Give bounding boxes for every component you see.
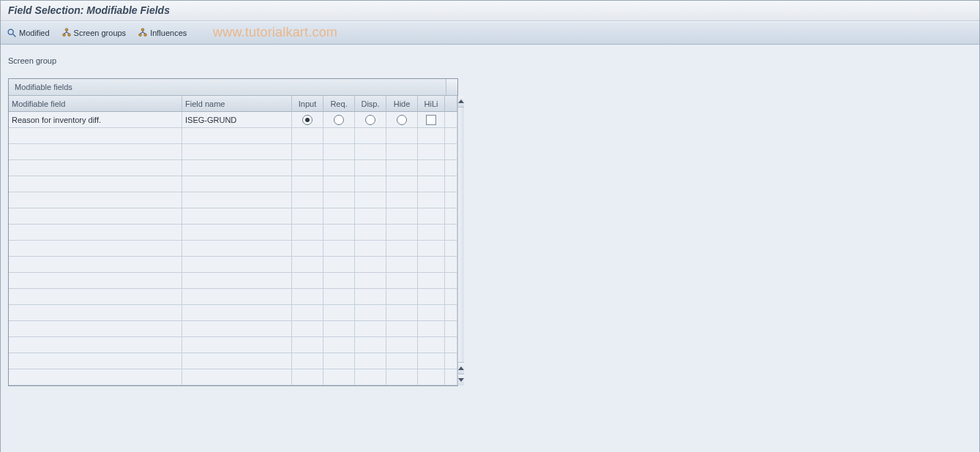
cell-req[interactable] <box>323 112 355 128</box>
vertical-scrollbar[interactable] <box>457 96 464 385</box>
cell-empty[interactable] <box>9 353 182 369</box>
cell-empty[interactable] <box>445 257 457 273</box>
table-row[interactable] <box>9 353 457 369</box>
table-corner-button[interactable] <box>446 79 457 95</box>
cell-empty[interactable] <box>418 241 445 257</box>
cell-empty[interactable] <box>182 144 292 160</box>
cell-empty[interactable] <box>323 192 355 208</box>
cell-empty[interactable] <box>418 369 445 385</box>
cell-empty[interactable] <box>9 257 182 273</box>
cell-empty[interactable] <box>445 353 457 369</box>
cell-empty[interactable] <box>9 273 182 289</box>
col-end[interactable] <box>445 96 457 112</box>
scroll-up-button[interactable] <box>458 96 464 108</box>
cell-empty[interactable] <box>418 160 445 176</box>
checkbox-hili[interactable] <box>426 115 436 125</box>
cell-empty[interactable] <box>292 369 323 385</box>
cell-empty[interactable] <box>182 128 292 144</box>
cell-empty[interactable] <box>418 192 445 208</box>
col-hide[interactable]: Hide <box>386 96 418 112</box>
cell-empty[interactable] <box>182 337 292 353</box>
cell-empty[interactable] <box>323 369 355 385</box>
cell-disp[interactable] <box>355 112 386 128</box>
cell-hili[interactable] <box>418 112 445 128</box>
cell-empty[interactable] <box>445 273 457 289</box>
cell-empty[interactable] <box>445 369 457 385</box>
scroll-up2-button[interactable] <box>458 362 464 374</box>
cell-empty[interactable] <box>445 337 457 353</box>
cell-empty[interactable] <box>355 369 386 385</box>
cell-empty[interactable] <box>9 144 182 160</box>
table-row[interactable] <box>9 160 457 176</box>
table-row[interactable] <box>9 305 457 321</box>
cell-empty[interactable] <box>386 176 418 192</box>
radio-hide[interactable] <box>397 115 407 125</box>
table-row[interactable]: Reason for inventory diff.ISEG-GRUND <box>9 112 457 128</box>
cell-empty[interactable] <box>182 257 292 273</box>
cell-empty[interactable] <box>355 160 386 176</box>
cell-empty[interactable] <box>323 337 355 353</box>
cell-empty[interactable] <box>418 289 445 305</box>
cell-empty[interactable] <box>292 192 323 208</box>
cell-empty[interactable] <box>418 128 445 144</box>
cell-empty[interactable] <box>182 321 292 337</box>
cell-empty[interactable] <box>386 273 418 289</box>
cell-empty[interactable] <box>182 273 292 289</box>
cell-empty[interactable] <box>182 176 292 192</box>
cell-empty[interactable] <box>355 241 386 257</box>
cell-empty[interactable] <box>386 208 418 225</box>
cell-empty[interactable] <box>9 241 182 257</box>
cell-empty[interactable] <box>418 321 445 337</box>
cell-empty[interactable] <box>355 321 386 337</box>
cell-empty[interactable] <box>292 208 323 225</box>
cell-empty[interactable] <box>182 225 292 241</box>
cell-empty[interactable] <box>418 305 445 321</box>
table-row[interactable] <box>9 176 457 192</box>
cell-empty[interactable] <box>418 353 445 369</box>
cell-empty[interactable] <box>445 225 457 241</box>
cell-empty[interactable] <box>323 128 355 144</box>
cell-empty[interactable] <box>292 257 323 273</box>
cell-empty[interactable] <box>182 289 292 305</box>
col-input[interactable]: Input <box>292 96 323 112</box>
radio-input[interactable] <box>302 115 313 125</box>
cell-empty[interactable] <box>445 192 457 208</box>
table-row[interactable] <box>9 257 457 273</box>
cell-hide[interactable] <box>386 112 418 128</box>
cell-empty[interactable] <box>292 289 323 305</box>
cell-empty[interactable] <box>386 321 418 337</box>
cell-empty[interactable] <box>355 353 386 369</box>
table-row[interactable] <box>9 273 457 289</box>
table-row[interactable] <box>9 241 457 257</box>
cell-empty[interactable] <box>323 208 355 225</box>
cell-empty[interactable] <box>355 128 386 144</box>
table-row[interactable] <box>9 192 457 208</box>
cell-empty[interactable] <box>386 160 418 176</box>
cell-empty[interactable] <box>9 176 182 192</box>
screen-groups-button[interactable]: Screen groups <box>61 28 127 38</box>
cell-empty[interactable] <box>182 369 292 385</box>
cell-empty[interactable] <box>292 305 323 321</box>
cell-empty[interactable] <box>9 289 182 305</box>
cell-empty[interactable] <box>323 257 355 273</box>
table-row[interactable] <box>9 289 457 305</box>
col-req[interactable]: Req. <box>323 96 355 112</box>
cell-empty[interactable] <box>292 160 323 176</box>
cell-empty[interactable] <box>182 241 292 257</box>
cell-empty[interactable] <box>9 160 182 176</box>
cell-empty[interactable] <box>323 176 355 192</box>
cell-empty[interactable] <box>9 128 182 144</box>
cell-empty[interactable] <box>9 225 182 241</box>
cell-empty[interactable] <box>445 305 457 321</box>
cell-empty[interactable] <box>323 289 355 305</box>
cell-empty[interactable] <box>445 144 457 160</box>
cell-empty[interactable] <box>292 128 323 144</box>
cell-empty[interactable] <box>323 305 355 321</box>
cell-empty[interactable] <box>323 241 355 257</box>
cell-empty[interactable] <box>323 144 355 160</box>
cell-empty[interactable] <box>323 160 355 176</box>
cell-empty[interactable] <box>386 144 418 160</box>
cell-empty[interactable] <box>292 273 323 289</box>
cell-empty[interactable] <box>292 321 323 337</box>
cell-field-name[interactable]: ISEG-GRUND <box>182 112 292 128</box>
